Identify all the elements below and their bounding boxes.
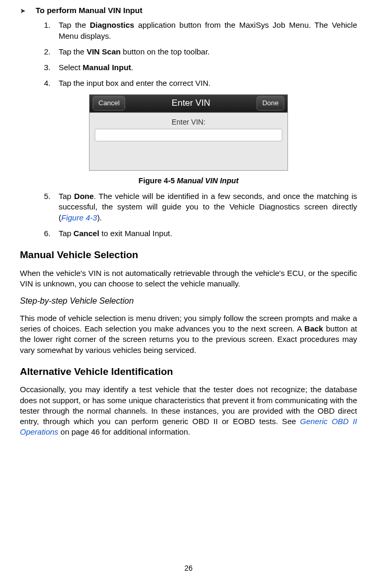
list-item: 5. Tap Done. The vehicle will be identif…: [44, 191, 357, 223]
dialog-body: Enter VIN:: [90, 113, 287, 170]
step-number: 5.: [44, 191, 59, 223]
triangle-right-icon: ➤: [20, 5, 36, 16]
step-text: Tap the Diagnostics application button f…: [59, 20, 357, 41]
dialog-titlebar: Cancel Enter VIN Done: [90, 95, 287, 113]
step-number: 3.: [44, 62, 59, 73]
heading-alternative-vehicle-id: Alternative Vehicle Identification: [20, 365, 357, 379]
vin-label: Enter VIN:: [95, 117, 282, 127]
paragraph: This mode of vehicle selection is menu d…: [20, 313, 357, 356]
done-button[interactable]: Done: [257, 96, 284, 110]
dialog-title: Enter VIN: [125, 97, 256, 109]
step-number: 4.: [44, 78, 59, 88]
step-number: 1.: [44, 20, 59, 41]
step-number: 6.: [44, 228, 59, 239]
figure-screenshot: Cancel Enter VIN Done Enter VIN:: [20, 94, 357, 171]
cancel-button[interactable]: Cancel: [93, 96, 125, 110]
procedure-title: To perform Manual VIN Input: [36, 5, 142, 16]
steps-list-1: 1. Tap the Diagnostics application butto…: [44, 20, 357, 88]
paragraph: Occasionally, you may identify a test ve…: [20, 384, 357, 437]
page-number: 26: [0, 563, 377, 573]
figure-link[interactable]: Figure 4-3: [61, 213, 97, 222]
list-item: 3. Select Manual Input.: [44, 62, 357, 73]
step-text: Tap Done. The vehicle will be identified…: [59, 191, 357, 223]
step-text: Tap the VIN Scan button on the top toolb…: [59, 47, 357, 57]
list-item: 1. Tap the Diagnostics application butto…: [44, 20, 357, 41]
heading-manual-vehicle-selection: Manual Vehicle Selection: [20, 248, 357, 262]
procedure-heading: ➤ To perform Manual VIN Input: [20, 5, 357, 16]
list-item: 4. Tap the input box and enter the corre…: [44, 78, 357, 88]
step-text: Select Manual Input.: [59, 62, 357, 73]
figure-caption: Figure 4-5 Manual VIN Input: [20, 176, 357, 186]
steps-list-2: 5. Tap Done. The vehicle will be identif…: [44, 191, 357, 239]
enter-vin-dialog: Cancel Enter VIN Done Enter VIN:: [89, 94, 288, 171]
step-text: Tap the input box and enter the correct …: [59, 78, 357, 88]
list-item: 6. Tap Cancel to exit Manual Input.: [44, 228, 357, 239]
heading-step-by-step: Step-by-step Vehicle Selection: [20, 295, 357, 307]
vin-input[interactable]: [95, 129, 282, 141]
step-number: 2.: [44, 47, 59, 57]
list-item: 2. Tap the VIN Scan button on the top to…: [44, 47, 357, 57]
paragraph: When the vehicle's VIN is not automatica…: [20, 268, 357, 290]
step-text: Tap Cancel to exit Manual Input.: [59, 228, 357, 239]
